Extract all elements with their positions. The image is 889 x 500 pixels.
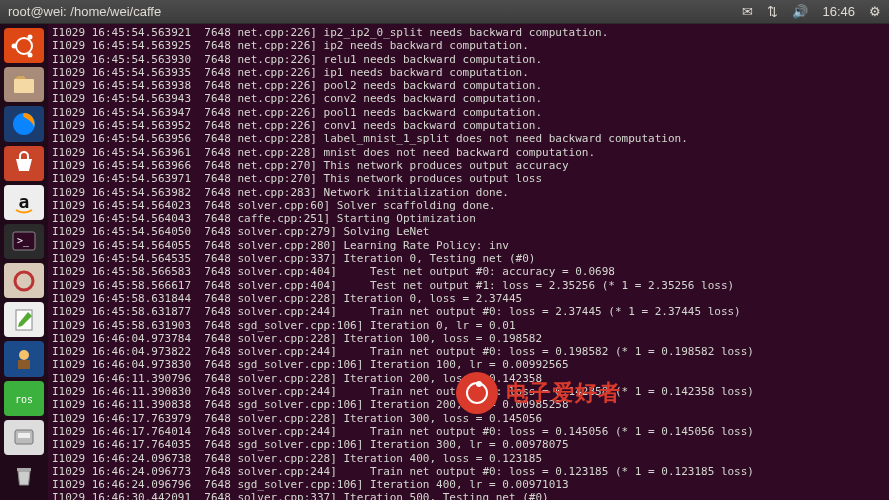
- svg-rect-12: [18, 360, 30, 369]
- svg-point-1: [12, 43, 17, 48]
- terminal-line: I1029 16:45:54.564055 7648 solver.cpp:28…: [52, 239, 885, 252]
- terminal-line: I1029 16:45:54.563921 7648 net.cpp:226] …: [52, 26, 885, 39]
- indicator-network-icon[interactable]: ⇅: [767, 4, 778, 19]
- terminal-line: I1029 16:45:54.563925 7648 net.cpp:226] …: [52, 39, 885, 52]
- top-panel: root@wei: /home/wei/caffe ✉ ⇅ 🔊 16:46 ⚙: [0, 0, 889, 24]
- terminal-line: I1029 16:46:04.973822 7648 solver.cpp:24…: [52, 345, 885, 358]
- terminal-line: I1029 16:46:04.973784 7648 solver.cpp:22…: [52, 332, 885, 345]
- terminal-line: I1029 16:45:58.631903 7648 sgd_solver.cp…: [52, 319, 885, 332]
- terminal-line: I1029 16:46:17.763979 7648 solver.cpp:22…: [52, 412, 885, 425]
- terminal-output[interactable]: I1029 16:45:54.563921 7648 net.cpp:226] …: [48, 24, 889, 500]
- clock[interactable]: 16:46: [822, 4, 855, 19]
- files-icon[interactable]: [4, 67, 44, 102]
- terminal-line: I1029 16:45:54.563971 7648 net.cpp:270] …: [52, 172, 885, 185]
- terminal-line: I1029 16:46:17.764014 7648 solver.cpp:24…: [52, 425, 885, 438]
- terminal-line: I1029 16:45:58.566583 7648 solver.cpp:40…: [52, 265, 885, 278]
- terminal-line: I1029 16:46:24.096773 7648 solver.cpp:24…: [52, 465, 885, 478]
- disk-icon[interactable]: [4, 420, 44, 455]
- text-editor-icon[interactable]: [4, 302, 44, 337]
- terminal-line: I1029 16:46:04.973830 7648 sgd_solver.cp…: [52, 358, 885, 371]
- trash-icon[interactable]: [4, 459, 44, 494]
- terminal-line: I1029 16:45:54.563982 7648 net.cpp:283] …: [52, 186, 885, 199]
- svg-point-0: [16, 38, 32, 54]
- svg-rect-4: [14, 79, 34, 93]
- unity-launcher: a >_ ros: [0, 24, 48, 500]
- terminal-line: I1029 16:46:11.390830 7648 solver.cpp:24…: [52, 385, 885, 398]
- svg-text:>_: >_: [17, 235, 30, 247]
- terminal-line: I1029 16:46:11.390796 7648 solver.cpp:22…: [52, 372, 885, 385]
- amazon-icon[interactable]: a: [4, 185, 44, 220]
- svg-text:ros: ros: [15, 394, 33, 405]
- indicator-session-icon[interactable]: ⚙: [869, 4, 881, 19]
- terminal-line: I1029 16:45:54.563930 7648 net.cpp:226] …: [52, 53, 885, 66]
- terminal-line: I1029 16:46:24.096796 7648 sgd_solver.cp…: [52, 478, 885, 491]
- terminal-line: I1029 16:45:54.564043 7648 caffe.cpp:251…: [52, 212, 885, 225]
- terminal-line: I1029 16:45:58.631844 7648 solver.cpp:22…: [52, 292, 885, 305]
- svg-point-3: [28, 52, 33, 57]
- terminal-line: I1029 16:45:54.563947 7648 net.cpp:226] …: [52, 106, 885, 119]
- terminal-line: I1029 16:45:54.563938 7648 net.cpp:226] …: [52, 79, 885, 92]
- terminal-line: I1029 16:45:58.631877 7648 solver.cpp:24…: [52, 305, 885, 318]
- terminal-line: I1029 16:45:54.563935 7648 net.cpp:226] …: [52, 66, 885, 79]
- terminal-line: I1029 16:45:54.564050 7648 solver.cpp:27…: [52, 225, 885, 238]
- app-icon-2[interactable]: [4, 341, 44, 376]
- app-icon-3[interactable]: ros: [4, 381, 44, 416]
- terminal-line: I1029 16:46:30.442091 7648 solver.cpp:33…: [52, 491, 885, 500]
- svg-point-11: [19, 350, 29, 360]
- software-center-icon[interactable]: [4, 146, 44, 181]
- terminal-line: I1029 16:46:11.390838 7648 sgd_solver.cp…: [52, 398, 885, 411]
- terminal-line: I1029 16:45:54.563943 7648 net.cpp:226] …: [52, 92, 885, 105]
- terminal-line: I1029 16:45:54.563952 7648 net.cpp:226] …: [52, 119, 885, 132]
- indicator-sound-icon[interactable]: 🔊: [792, 4, 808, 19]
- terminal-icon[interactable]: >_: [4, 224, 44, 259]
- svg-point-2: [28, 34, 33, 39]
- terminal-line: I1029 16:46:24.096738 7648 solver.cpp:22…: [52, 452, 885, 465]
- terminal-line: I1029 16:45:54.563956 7648 net.cpp:228] …: [52, 132, 885, 145]
- svg-rect-15: [18, 433, 30, 438]
- dash-icon[interactable]: [4, 28, 44, 63]
- terminal-line: I1029 16:45:54.563961 7648 net.cpp:228] …: [52, 146, 885, 159]
- terminal-line: I1029 16:45:54.563966 7648 net.cpp:270] …: [52, 159, 885, 172]
- svg-rect-16: [17, 468, 31, 471]
- svg-point-9: [15, 272, 33, 290]
- window-title: root@wei: /home/wei/caffe: [8, 4, 742, 19]
- terminal-line: I1029 16:46:17.764035 7648 sgd_solver.cp…: [52, 438, 885, 451]
- app-icon-1[interactable]: [4, 263, 44, 298]
- indicator-area: ✉ ⇅ 🔊 16:46 ⚙: [742, 4, 881, 19]
- terminal-line: I1029 16:45:54.564023 7648 solver.cpp:60…: [52, 199, 885, 212]
- indicator-mail-icon[interactable]: ✉: [742, 4, 753, 19]
- firefox-icon[interactable]: [4, 106, 44, 141]
- terminal-line: I1029 16:45:58.566617 7648 solver.cpp:40…: [52, 279, 885, 292]
- terminal-line: I1029 16:45:54.564535 7648 solver.cpp:33…: [52, 252, 885, 265]
- svg-text:a: a: [19, 191, 30, 212]
